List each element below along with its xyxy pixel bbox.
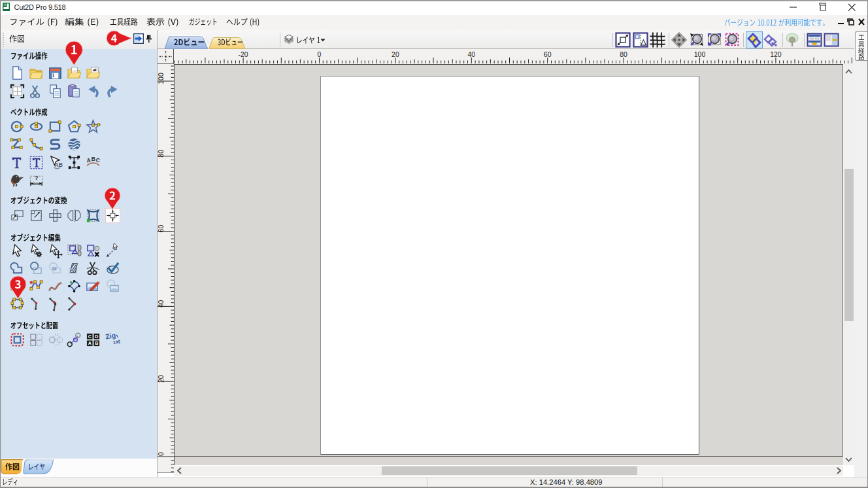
svg-text:zag: zag [112,338,120,345]
svg-text:120: 120 [770,50,782,58]
svg-text:60: 60 [158,225,165,233]
svg-text:B: B [95,341,98,346]
svg-text:100: 100 [694,50,706,58]
svg-text:?: ? [34,174,38,181]
svg-text:AB: AB [54,162,62,168]
svg-text:0: 0 [158,452,165,456]
svg-text:80: 80 [158,150,165,158]
svg-text:B: B [92,156,95,162]
svg-text:C: C [95,156,101,164]
svg-text:100: 100 [158,73,165,84]
svg-text:80: 80 [620,50,627,58]
svg-text:C: C [88,334,92,340]
svg-text:0: 0 [318,50,322,58]
svg-text:40: 40 [467,50,475,58]
svg-text:20: 20 [392,50,399,58]
svg-text:-20: -20 [239,50,248,58]
svg-text:D: D [95,334,98,340]
svg-text:60: 60 [544,50,552,58]
svg-text:A: A [86,156,92,164]
svg-text:40: 40 [158,300,165,307]
svg-text:20: 20 [158,375,165,383]
svg-text:A: A [88,341,92,346]
